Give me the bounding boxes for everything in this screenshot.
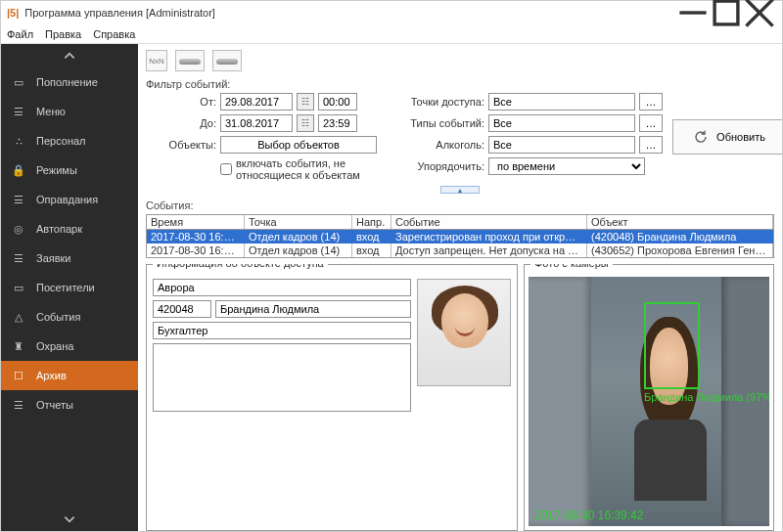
people-icon: ⛬ (11, 135, 26, 147)
to-time-input[interactable] (318, 114, 357, 132)
cell-point: Отдел кадров (14) (245, 244, 352, 257)
menu-bar: Файл Правка Справка (1, 24, 782, 44)
to-date-input[interactable] (220, 114, 293, 132)
layout-grid-button[interactable]: NxN (146, 50, 167, 71)
events-table-header: Время Точка Напр. Событие Объект (147, 215, 773, 230)
objects-select-button[interactable]: Выбор объектов (220, 136, 377, 154)
col-point[interactable]: Точка (245, 215, 352, 229)
card-icon: ▭ (11, 76, 26, 89)
svg-rect-1 (714, 1, 738, 24)
sidebar-scroll-up[interactable] (1, 44, 138, 67)
access-points-input[interactable] (488, 93, 635, 111)
cell-event: Зарегистрирован проход при открытой две… (392, 230, 587, 244)
sidebar-item-excuses[interactable]: ☰ Оправдания (1, 185, 138, 214)
wheel-icon: ◎ (11, 223, 26, 236)
menu-help[interactable]: Справка (93, 28, 135, 40)
window-minimize-button[interactable] (676, 1, 710, 24)
event-types-browse-button[interactable]: … (639, 114, 663, 132)
object-info-panel: Информация об объекте доступа (146, 264, 518, 531)
bell-icon: △ (11, 311, 26, 324)
access-points-browse-button[interactable]: … (639, 93, 663, 111)
sidebar-item-label: Режимы (36, 164, 77, 176)
col-event[interactable]: Событие (392, 215, 587, 229)
view-thumbnails: NxN (146, 50, 774, 71)
sidebar-item-requests[interactable]: ☰ Заявки (1, 244, 138, 273)
alcohol-label: Алкоголь: (400, 139, 484, 151)
camera-preset-1-button[interactable] (175, 50, 205, 71)
include-unrelated-checkbox[interactable] (220, 163, 232, 175)
menu-edit[interactable]: Правка (45, 28, 81, 40)
col-time[interactable]: Время (147, 215, 245, 229)
document-icon: ☰ (11, 194, 26, 206)
cell-dir: вход (352, 230, 392, 244)
sidebar-scroll-down[interactable] (1, 508, 138, 531)
object-position-field[interactable] (153, 322, 411, 339)
filter-section-label: Фильтр событий: (146, 78, 774, 90)
shield-icon: ♜ (11, 340, 26, 353)
menu-file[interactable]: Файл (7, 28, 33, 40)
sidebar-item-archive[interactable]: ☐ Архив (1, 361, 138, 390)
sidebar-item-security[interactable]: ♜ Охрана (1, 332, 138, 361)
table-row[interactable]: 2017-08-30 16:39:43 Отдел кадров (14) вх… (147, 244, 773, 257)
refresh-icon (693, 129, 709, 145)
event-types-input[interactable] (488, 114, 635, 132)
to-label: До: (146, 117, 216, 129)
sidebar-item-label: Автопарк (36, 223, 82, 235)
sidebar-item-fleet[interactable]: ◎ Автопарк (1, 214, 138, 244)
cell-point: Отдел кадров (14) (245, 230, 352, 244)
from-time-input[interactable] (318, 93, 357, 111)
object-id-field[interactable] (153, 300, 211, 318)
refresh-button[interactable]: Обновить (672, 119, 782, 155)
objects-label: Объекты: (146, 139, 216, 151)
sidebar-item-label: Архив (36, 370, 67, 381)
to-date-picker-button[interactable]: ☷ (297, 114, 314, 132)
cell-object: (430652) Прохорова Евгения Геннадьевна (587, 244, 773, 257)
sidebar-item-staff[interactable]: ⛬ Персонал (1, 126, 138, 155)
app-icon: |5| (7, 7, 19, 19)
col-object[interactable]: Объект (587, 215, 773, 229)
sidebar-item-label: Пополнение (36, 76, 98, 88)
clipboard-icon: ☰ (11, 106, 26, 118)
sidebar-item-label: Меню (36, 106, 66, 117)
camera-preset-2-button[interactable] (212, 50, 242, 71)
cell-dir: вход (352, 244, 392, 257)
access-points-label: Точки доступа: (400, 96, 484, 108)
sidebar-item-events[interactable]: △ События (1, 302, 138, 332)
face-detection-box (644, 302, 700, 389)
report-icon: ☰ (11, 399, 26, 412)
cell-time: 2017-08-30 16:39:42 (147, 230, 245, 244)
sidebar-item-label: Заявки (36, 252, 71, 264)
object-notes-field[interactable] (153, 343, 411, 412)
window-maximize-button[interactable] (710, 1, 743, 24)
sidebar-item-reports[interactable]: ☰ Отчеты (1, 390, 138, 420)
sort-select[interactable]: по времени (488, 157, 645, 175)
col-direction[interactable]: Напр. (352, 215, 392, 229)
include-unrelated-label: включать события, не относящиеся к объек… (236, 157, 377, 181)
sidebar-item-menu[interactable]: ☰ Меню (1, 97, 138, 126)
sidebar-item-topup[interactable]: ▭ Пополнение (1, 67, 138, 97)
cell-object: (420048) Брандина Людмила (587, 230, 773, 244)
collapse-filter-button[interactable]: ▲ (440, 186, 480, 194)
sidebar-item-label: Посетители (36, 282, 95, 293)
object-name-field[interactable] (215, 300, 411, 318)
cell-event: Доступ запрещен. Нет допуска на точку до… (392, 244, 587, 257)
refresh-label: Обновить (716, 131, 765, 143)
cell-time: 2017-08-30 16:39:43 (147, 244, 245, 257)
alcohol-input[interactable] (488, 136, 635, 154)
from-date-picker-button[interactable]: ☷ (297, 93, 314, 111)
object-photo (417, 279, 511, 386)
alcohol-browse-button[interactable]: … (639, 136, 663, 154)
sidebar-item-label: Отчеты (36, 399, 73, 411)
sidebar-item-modes[interactable]: 🔒 Режимы (1, 155, 138, 185)
sidebar-item-label: Охрана (36, 340, 73, 352)
sidebar-item-visitors[interactable]: ▭ Посетители (1, 273, 138, 302)
object-org-field[interactable] (153, 279, 411, 296)
object-info-title: Информация об объекте доступа (153, 264, 328, 269)
sort-label: Упорядочить: (400, 160, 484, 172)
window-title: Программа управления [Administrator] (24, 7, 676, 19)
sidebar: ▭ Пополнение ☰ Меню ⛬ Персонал 🔒 Режимы … (1, 44, 138, 531)
sidebar-item-label: Персонал (36, 135, 86, 147)
table-row[interactable]: 2017-08-30 16:39:42 Отдел кадров (14) вх… (147, 230, 773, 244)
window-close-button[interactable] (743, 1, 776, 24)
from-date-input[interactable] (220, 93, 293, 111)
